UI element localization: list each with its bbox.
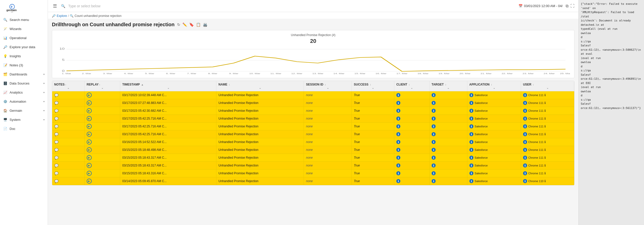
- app-info-button[interactable]: ℹ: [469, 132, 473, 136]
- cell-notes[interactable]: 💬: [52, 154, 84, 162]
- notes-button[interactable]: 💬: [54, 116, 59, 121]
- cell-replay[interactable]: ▶: [84, 162, 120, 170]
- target-info-button[interactable]: ℹ: [432, 109, 436, 113]
- client-info-button[interactable]: ℹ: [396, 124, 400, 128]
- client-info-button[interactable]: ℹ: [396, 109, 400, 113]
- cell-client[interactable]: ℹ: [394, 177, 430, 185]
- target-info-button[interactable]: ℹ: [432, 156, 436, 160]
- notes-button[interactable]: 💬: [54, 140, 59, 144]
- play-button[interactable]: ▶: [87, 139, 92, 145]
- cell-client[interactable]: ℹ: [394, 162, 430, 170]
- sidebar-item-operational[interactable]: 📊 Operational: [0, 33, 48, 42]
- table-row[interactable]: 💬▶03/15/2023 05:18:43.317 AM C...Unhandl…: [52, 154, 574, 162]
- cell-replay[interactable]: ▶: [84, 154, 120, 162]
- app-info-button[interactable]: ℹ: [469, 171, 473, 175]
- edit-icon[interactable]: ✏️: [182, 22, 187, 27]
- col-name[interactable]: NAME ↕⌄: [216, 81, 304, 91]
- client-info-button[interactable]: ℹ: [396, 163, 400, 167]
- refresh-icon[interactable]: ↻: [177, 22, 180, 27]
- cell-notes[interactable]: 💬: [52, 115, 84, 123]
- cell-replay[interactable]: ▶: [84, 107, 120, 115]
- user-info-button[interactable]: ℹ: [523, 109, 527, 113]
- table-row[interactable]: 💬▶03/15/2023 05:18:43.317 AM C...Unhandl…: [52, 162, 574, 170]
- app-info-button[interactable]: ℹ: [469, 109, 473, 113]
- cell-replay[interactable]: ▶: [84, 123, 120, 130]
- cell-notes[interactable]: 💬: [52, 130, 84, 138]
- target-info-button[interactable]: ℹ: [432, 171, 436, 175]
- cell-replay[interactable]: ▶: [84, 146, 120, 154]
- table-row[interactable]: 💬▶03/17/2023 07:27:48.883 AM C...Unhandl…: [52, 99, 574, 107]
- app-info-button[interactable]: ℹ: [469, 124, 473, 128]
- print-icon[interactable]: 🖨️: [203, 22, 208, 27]
- sidebar-item-insights[interactable]: 💡 Insights: [0, 51, 48, 61]
- table-row[interactable]: 💬▶03/17/2023 10:02:39.448 AM C...Unhandl…: [52, 91, 574, 99]
- play-button[interactable]: ▶: [87, 179, 92, 184]
- table-row[interactable]: 💬▶03/15/2023 05:18:43.316 AM C...Unhandl…: [52, 170, 574, 177]
- cell-target[interactable]: ℹ: [429, 115, 467, 123]
- client-info-button[interactable]: ℹ: [396, 132, 400, 136]
- table-row[interactable]: 💬▶03/17/2023 05:42:30.682 AM C...Unhandl…: [52, 107, 574, 115]
- user-info-button[interactable]: ℹ: [523, 171, 527, 175]
- app-info-button[interactable]: ℹ: [469, 117, 473, 121]
- play-button[interactable]: ▶: [87, 155, 92, 160]
- sidebar-item-doc[interactable]: 📄 Doc: [0, 124, 48, 133]
- app-info-button[interactable]: ℹ: [469, 101, 473, 105]
- target-info-button[interactable]: ℹ: [432, 124, 436, 128]
- cell-replay[interactable]: ▶: [84, 170, 120, 177]
- col-timestamp[interactable]: TIMESTAMP ▲⌄: [120, 81, 216, 91]
- target-info-button[interactable]: ℹ: [432, 163, 436, 167]
- hamburger-icon[interactable]: ☰: [52, 2, 58, 10]
- cell-replay[interactable]: ▶: [84, 91, 120, 99]
- cell-replay[interactable]: ▶: [84, 177, 120, 185]
- cell-notes[interactable]: 💬: [52, 91, 84, 99]
- user-info-button[interactable]: ℹ: [523, 148, 527, 152]
- play-button[interactable]: ▶: [87, 116, 92, 121]
- export-icon[interactable]: 📋: [196, 22, 201, 27]
- play-button[interactable]: ▶: [87, 108, 92, 113]
- target-info-button[interactable]: ℹ: [432, 101, 436, 105]
- cell-target[interactable]: ℹ: [429, 162, 467, 170]
- cell-client[interactable]: ℹ: [394, 123, 430, 130]
- cell-target[interactable]: ℹ: [429, 138, 467, 146]
- app-info-button[interactable]: ℹ: [469, 93, 473, 97]
- cell-client[interactable]: ℹ: [394, 154, 430, 162]
- cell-client[interactable]: ℹ: [394, 107, 430, 115]
- app-info-button[interactable]: ℹ: [469, 148, 473, 152]
- sidebar-item-data-sources[interactable]: 🗄️ Data Sources ▾: [0, 79, 48, 88]
- cell-notes[interactable]: 💬: [52, 138, 84, 146]
- app-info-button[interactable]: ℹ: [469, 179, 473, 183]
- app-info-button[interactable]: ℹ: [469, 156, 473, 160]
- cell-target[interactable]: ℹ: [429, 130, 467, 138]
- copy-icon[interactable]: ⧉: [566, 4, 568, 8]
- user-info-button[interactable]: ℹ: [523, 140, 527, 144]
- notes-button[interactable]: 💬: [54, 124, 59, 129]
- breadcrumb-explore-link[interactable]: Explore: [57, 14, 67, 18]
- cell-replay[interactable]: ▶: [84, 99, 120, 107]
- client-info-button[interactable]: ℹ: [396, 148, 400, 152]
- col-session-id[interactable]: SESSION ID ↕⌄: [304, 81, 352, 91]
- sidebar-item-explore[interactable]: 🔎 Explore your data: [0, 42, 48, 51]
- user-info-button[interactable]: ℹ: [523, 179, 527, 183]
- cell-client[interactable]: ℹ: [394, 170, 430, 177]
- table-row[interactable]: 💬▶03/17/2023 05:42:25.716 AM C...Unhandl…: [52, 130, 574, 138]
- notes-button[interactable]: 💬: [54, 171, 59, 176]
- table-row[interactable]: 💬▶03/17/2023 05:42:25.716 AM C...Unhandl…: [52, 123, 574, 130]
- cell-target[interactable]: ℹ: [429, 177, 467, 185]
- cell-replay[interactable]: ▶: [84, 138, 120, 146]
- play-button[interactable]: ▶: [87, 163, 92, 168]
- target-info-button[interactable]: ℹ: [432, 179, 436, 183]
- col-application[interactable]: APPLICATION ↕⌄: [467, 81, 521, 91]
- col-notes[interactable]: NOTES↕⌄: [52, 81, 84, 91]
- cell-replay[interactable]: ▶: [84, 130, 120, 138]
- target-info-button[interactable]: ℹ: [432, 148, 436, 152]
- cell-client[interactable]: ℹ: [394, 91, 430, 99]
- cell-replay[interactable]: ▶: [84, 115, 120, 123]
- cell-notes[interactable]: 💬: [52, 146, 84, 154]
- sidebar-item-analytics[interactable]: 📈 Analytics ▾: [0, 88, 48, 97]
- bookmark-icon[interactable]: 🔖: [189, 22, 194, 27]
- col-success[interactable]: SUCCESS ↕⌄: [352, 81, 394, 91]
- client-info-button[interactable]: ℹ: [396, 179, 400, 183]
- col-client[interactable]: CLIENT ↕⌄: [394, 81, 430, 91]
- sidebar-item-automation[interactable]: ⚙️ Automation ▾: [0, 97, 48, 106]
- topbar-search-input[interactable]: Type or select below: [68, 4, 516, 8]
